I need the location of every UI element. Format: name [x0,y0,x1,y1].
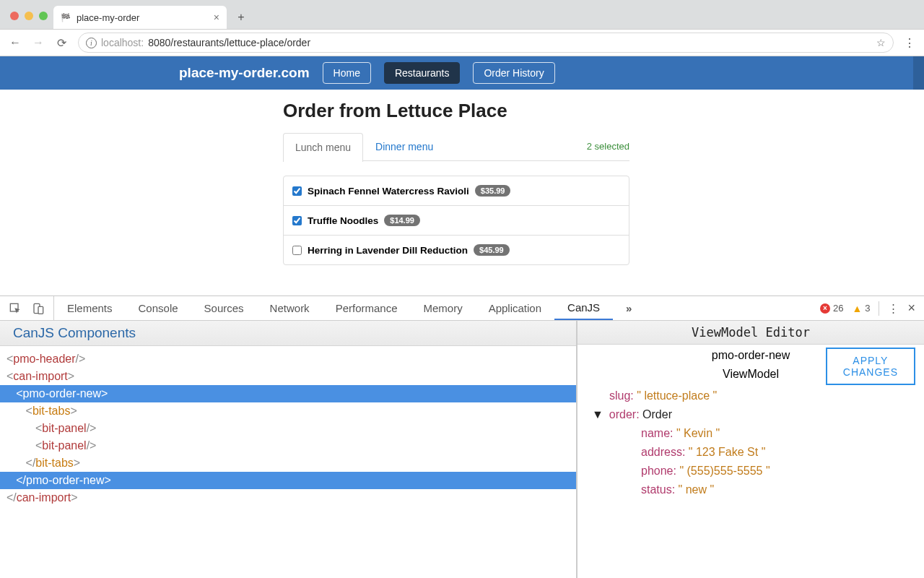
devtools-panel: Elements Console Sources Network Perform… [0,296,924,578]
devtools-close-icon[interactable]: × [907,301,915,316]
viewmodel-body[interactable]: APPLYCHANGES pmo-order-new ViewModel slu… [578,345,924,578]
tree-node[interactable]: </can-import> [0,489,576,506]
devtools-left-controls [0,296,54,320]
site-info-icon[interactable]: i [86,38,97,48]
browser-tab[interactable]: 🏁 place-my-order × [53,6,227,29]
devtools-tabs-overflow-icon[interactable]: » [613,296,645,320]
devtools-right-controls: × 26 ▲ 3 ⋮ × [811,296,924,320]
vm-prop-order[interactable]: ▼order: Order [578,405,924,424]
devtools-settings-icon[interactable]: ⋮ [888,302,899,315]
devtools-tab-application[interactable]: Application [476,296,554,320]
menu-item-checkbox[interactable] [292,246,302,255]
warning-icon: ▲ [852,303,862,314]
minimize-window-icon[interactable] [25,12,33,20]
back-icon[interactable]: ← [9,36,22,49]
menu-item-price: $35.99 [475,185,511,197]
app-logo: place-my-order.com [179,65,310,81]
tree-node[interactable]: <bit-tabs> [0,402,576,420]
nav-restaurants-button[interactable]: Restaurants [384,62,460,84]
vm-prop-name[interactable]: name: " Kevin " [578,424,924,443]
error-icon: × [820,303,830,314]
url-path: 8080/restaurants/lettuce-place/order [148,37,310,48]
vm-prop-slug[interactable]: slug: " lettuce-place " [578,387,924,405]
menu-tabs: Lunch menu Dinner menu 2 selected [283,132,629,161]
tab-title: place-my-order [77,12,139,23]
menu-items-list: Spinach Fennel Watercress Ravioli $35.99… [283,176,629,265]
menu-item-name: Spinach Fennel Watercress Ravioli [308,186,469,197]
devtools-tab-elements[interactable]: Elements [54,296,126,320]
error-count[interactable]: × 26 [820,303,843,314]
browser-toolbar: ← → ⟳ i localhost:8080/restaurants/lettu… [0,29,924,56]
favicon-icon: 🏁 [61,13,71,22]
bookmark-icon[interactable]: ☆ [876,37,886,48]
menu-item-price: $45.99 [474,244,510,256]
error-count-value: 26 [833,303,843,314]
app-header: place-my-order.com Home Restaurants Orde… [0,56,924,90]
tree-node-selected[interactable]: </pmo-order-new> [0,472,576,489]
url-host: localhost: [101,37,144,48]
menu-item-name: Truffle Noodles [308,215,378,226]
collapse-icon[interactable]: ▼ [592,408,603,421]
warning-count-value: 3 [865,303,870,314]
canjs-components-panel: CanJS Components <pmo-header/> <can-impo… [0,321,578,578]
menu-item[interactable]: Truffle Noodles $14.99 [284,206,629,236]
devtools-tab-canjs[interactable]: CanJS [554,296,613,320]
vm-prop-status[interactable]: status: " new " [578,480,924,499]
devtools-tab-console[interactable]: Console [126,296,191,320]
page-title: Order from Lettuce Place [283,100,924,122]
tree-node[interactable]: <bit-panel/> [0,437,576,454]
device-toggle-icon[interactable] [32,303,45,314]
menu-item[interactable]: Herring in Lavender Dill Reduction $45.9… [284,236,629,264]
components-panel-title: CanJS Components [0,321,576,346]
devtools-tab-memory[interactable]: Memory [411,296,476,320]
component-tree[interactable]: <pmo-header/> <can-import> <pmo-order-ne… [0,346,576,511]
devtools-tabs: Elements Console Sources Network Perform… [0,296,924,321]
tab-lunch-menu[interactable]: Lunch menu [283,133,363,162]
devtools-body: CanJS Components <pmo-header/> <can-impo… [0,321,924,578]
vm-prop-address[interactable]: address: " 123 Fake St " [578,443,924,462]
tree-node[interactable]: <can-import> [0,368,576,385]
viewmodel-panel-title: ViewModel Editor [578,321,924,345]
forward-icon: → [32,36,45,49]
menu-item-name: Herring in Lavender Dill Reduction [308,245,468,256]
menu-item-checkbox[interactable] [292,216,302,225]
vm-prop-phone[interactable]: phone: " (555)555-5555 " [578,462,924,480]
nav-home-button[interactable]: Home [323,62,371,84]
new-tab-button[interactable]: + [231,7,251,27]
warning-count[interactable]: ▲ 3 [852,303,870,314]
menu-item[interactable]: Spinach Fennel Watercress Ravioli $35.99 [284,176,629,206]
window-controls [6,12,53,29]
browser-menu-icon[interactable]: ⋮ [904,36,915,50]
tree-node[interactable]: <bit-panel/> [0,420,576,437]
menu-item-checkbox[interactable] [292,186,302,196]
address-bar[interactable]: i localhost:8080/restaurants/lettuce-pla… [78,33,894,53]
menu-item-price: $14.99 [384,215,420,226]
maximize-window-icon[interactable] [39,12,48,20]
tree-node[interactable]: </bit-tabs> [0,454,576,472]
tree-node-selected[interactable]: <pmo-order-new> [0,385,576,402]
inspect-icon[interactable] [9,303,22,314]
selected-count: 2 selected [587,141,629,152]
tree-node[interactable]: <pmo-header/> [0,350,576,368]
page-content: Order from Lettuce Place Lunch menu Dinn… [0,90,924,265]
nav-order-history-button[interactable]: Order History [473,62,554,84]
reload-icon[interactable]: ⟳ [55,36,68,50]
devtools-tab-performance[interactable]: Performance [323,296,411,320]
tab-dinner-menu[interactable]: Dinner menu [363,132,445,161]
close-tab-icon[interactable]: × [214,12,219,23]
page-scrollbar[interactable] [913,56,924,90]
svg-rect-2 [38,306,43,314]
browser-tab-bar: 🏁 place-my-order × + [0,0,924,29]
devtools-tab-sources[interactable]: Sources [191,296,257,320]
close-window-icon[interactable] [10,12,19,20]
apply-changes-button[interactable]: APPLYCHANGES [826,348,915,385]
viewmodel-editor-panel: ViewModel Editor APPLYCHANGES pmo-order-… [578,321,924,578]
devtools-tab-network[interactable]: Network [257,296,323,320]
